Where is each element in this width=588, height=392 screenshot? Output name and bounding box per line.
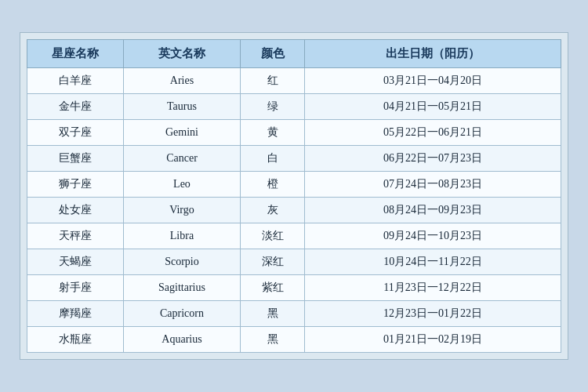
- cell-date: 05月22日一06月21日: [305, 120, 561, 146]
- cell-english: Libra: [123, 223, 241, 249]
- cell-date: 12月23日一01月22日: [305, 301, 561, 327]
- cell-chinese: 双子座: [27, 120, 124, 146]
- table-row: 天秤座Libra淡红09月24日一10月23日: [27, 223, 561, 249]
- cell-english: Cancer: [123, 146, 241, 172]
- cell-english: Virgo: [123, 198, 241, 223]
- cell-date: 11月23日一12月22日: [305, 275, 561, 301]
- cell-color: 黑: [241, 301, 305, 327]
- cell-english: Leo: [123, 172, 241, 198]
- cell-date: 01月21日一02月19日: [305, 327, 561, 353]
- cell-color: 红: [241, 68, 305, 94]
- cell-date: 09月24日一10月23日: [305, 223, 561, 249]
- table-row: 巨蟹座Cancer白06月22日一07月23日: [27, 146, 561, 172]
- cell-english: Sagittarius: [123, 275, 241, 301]
- cell-english: Gemini: [123, 120, 241, 146]
- cell-chinese: 白羊座: [27, 68, 124, 94]
- cell-english: Scorpio: [123, 249, 241, 275]
- cell-english: Capricorn: [123, 301, 241, 327]
- cell-date: 04月21日一05月21日: [305, 94, 561, 120]
- table-row: 狮子座Leo橙07月24日一08月23日: [27, 172, 561, 198]
- cell-color: 灰: [241, 198, 305, 223]
- cell-chinese: 金牛座: [27, 94, 124, 120]
- cell-color: 淡红: [241, 223, 305, 249]
- header-color: 颜色: [241, 40, 305, 68]
- cell-date: 10月24日一11月22日: [305, 249, 561, 275]
- cell-english: Taurus: [123, 94, 241, 120]
- table-header-row: 星座名称 英文名称 颜色 出生日期（阳历）: [27, 40, 561, 68]
- cell-color: 深红: [241, 249, 305, 275]
- cell-color: 紫红: [241, 275, 305, 301]
- table-row: 摩羯座Capricorn黑12月23日一01月22日: [27, 301, 561, 327]
- table-body: 白羊座Aries红03月21日一04月20日金牛座Taurus绿04月21日一0…: [27, 68, 561, 353]
- cell-color: 绿: [241, 94, 305, 120]
- table-row: 射手座Sagittarius紫红11月23日一12月22日: [27, 275, 561, 301]
- cell-color: 黑: [241, 327, 305, 353]
- cell-date: 08月24日一09月23日: [305, 198, 561, 223]
- cell-date: 06月22日一07月23日: [305, 146, 561, 172]
- cell-english: Aquarius: [123, 327, 241, 353]
- cell-chinese: 天蝎座: [27, 249, 124, 275]
- cell-chinese: 射手座: [27, 275, 124, 301]
- table-row: 双子座Gemini黄05月22日一06月21日: [27, 120, 561, 146]
- cell-chinese: 天秤座: [27, 223, 124, 249]
- header-chinese: 星座名称: [27, 40, 124, 68]
- table-row: 处女座Virgo灰08月24日一09月23日: [27, 198, 561, 223]
- header-date: 出生日期（阳历）: [305, 40, 561, 68]
- zodiac-table: 星座名称 英文名称 颜色 出生日期（阳历） 白羊座Aries红03月21日一04…: [27, 39, 561, 353]
- cell-chinese: 狮子座: [27, 172, 124, 198]
- header-english: 英文名称: [123, 40, 241, 68]
- cell-date: 07月24日一08月23日: [305, 172, 561, 198]
- cell-english: Aries: [123, 68, 241, 94]
- cell-date: 03月21日一04月20日: [305, 68, 561, 94]
- table-row: 天蝎座Scorpio深红10月24日一11月22日: [27, 249, 561, 275]
- zodiac-table-container: 星座名称 英文名称 颜色 出生日期（阳历） 白羊座Aries红03月21日一04…: [20, 32, 568, 360]
- table-row: 水瓶座Aquarius黑01月21日一02月19日: [27, 327, 561, 353]
- cell-color: 橙: [241, 172, 305, 198]
- table-row: 白羊座Aries红03月21日一04月20日: [27, 68, 561, 94]
- cell-color: 白: [241, 146, 305, 172]
- cell-color: 黄: [241, 120, 305, 146]
- cell-chinese: 摩羯座: [27, 301, 124, 327]
- cell-chinese: 水瓶座: [27, 327, 124, 353]
- table-row: 金牛座Taurus绿04月21日一05月21日: [27, 94, 561, 120]
- cell-chinese: 处女座: [27, 198, 124, 223]
- cell-chinese: 巨蟹座: [27, 146, 124, 172]
